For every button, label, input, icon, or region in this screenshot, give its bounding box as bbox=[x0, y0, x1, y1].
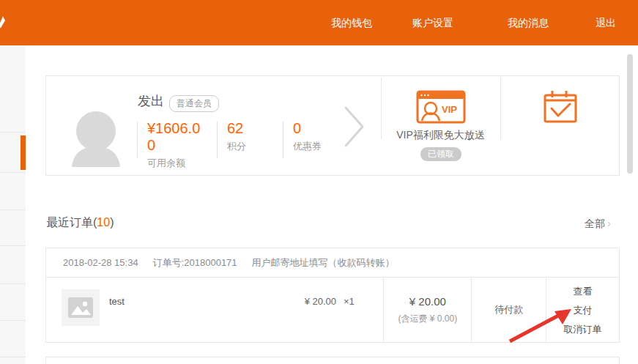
product-quantity: ×1 bbox=[344, 296, 355, 307]
product-thumbnail[interactable] bbox=[62, 289, 100, 326]
order-actions-cell: 查看 支付 取消订单 bbox=[546, 278, 619, 342]
points-label: 积分 bbox=[227, 140, 283, 153]
calendar-check-icon[interactable] bbox=[542, 89, 579, 128]
avatar-person-icon bbox=[71, 110, 121, 170]
balance-label: 可用余额 bbox=[147, 157, 217, 170]
cancel-order-link[interactable]: 取消订单 bbox=[564, 324, 602, 334]
sidebar-profile-block[interactable] bbox=[0, 45, 26, 133]
account-stats: ¥1606.00 可用余额 62 积分 0 优惠券 bbox=[137, 120, 344, 170]
sidebar-item[interactable] bbox=[0, 284, 26, 321]
user-summary-card: 发出 普通会员 ¥1606.00 可用余额 62 积分 0 优惠券 bbox=[45, 75, 620, 176]
order-card: 2018-02-28 15:34 订单号:2018000171 用户邮寄地址填写… bbox=[45, 248, 620, 343]
page: 我的钱包 账户设置 我的消息 退出 发出 普通会员 ¥1606.00 可用 bbox=[0, 0, 638, 364]
divider bbox=[500, 78, 501, 139]
nav-my-wallet[interactable]: 我的钱包 bbox=[331, 0, 372, 45]
order-datetime: 2018-02-28 15:34 bbox=[63, 257, 138, 268]
order-total-cell: ¥ 20.00 (含运费 ¥ 0.00) bbox=[383, 278, 471, 342]
order-status: 待付款 bbox=[494, 303, 523, 316]
sidebar-item[interactable] bbox=[0, 357, 26, 364]
nav-account-settings[interactable]: 账户设置 bbox=[412, 0, 453, 45]
chevron-right-icon[interactable] bbox=[344, 105, 366, 151]
all-orders-label: 全部 bbox=[585, 218, 605, 229]
coupons-stat[interactable]: 0 优惠券 bbox=[283, 120, 344, 170]
vip-promo-section: VIP VIP福利限免大放送 已领取 bbox=[381, 76, 500, 175]
vip-browser-icon[interactable]: VIP bbox=[416, 90, 466, 127]
order-total: ¥ 20.00 bbox=[409, 295, 446, 308]
balance-stat[interactable]: ¥1606.00 可用余额 bbox=[137, 120, 217, 170]
balance-value: ¥1606.00 bbox=[147, 120, 206, 154]
recent-orders-suffix: ) bbox=[110, 216, 114, 229]
nav-logout[interactable]: 退出 bbox=[596, 0, 616, 45]
sidebar-item-active[interactable] bbox=[0, 133, 26, 173]
view-order-link[interactable]: 查看 bbox=[574, 286, 593, 296]
order-header-row: 2018-02-28 15:34 订单号:2018000171 用户邮寄地址填写… bbox=[46, 248, 619, 278]
order-status-cell: 待付款 bbox=[471, 278, 546, 342]
sidebar-item[interactable] bbox=[0, 173, 26, 210]
all-orders-link[interactable]: 全部› bbox=[585, 217, 611, 231]
logo-icon bbox=[0, 16, 5, 28]
sidebar bbox=[0, 45, 26, 364]
points-value: 62 bbox=[227, 120, 283, 137]
recent-orders-prefix: 最近订单( bbox=[46, 216, 97, 229]
pay-order-link[interactable]: 支付 bbox=[574, 305, 593, 315]
sidebar-item[interactable] bbox=[0, 210, 26, 246]
coupons-value: 0 bbox=[293, 120, 344, 137]
order-item-cell: test ¥ 20.00 ×1 bbox=[46, 278, 383, 342]
image-placeholder-icon bbox=[68, 297, 93, 318]
username: 发出 bbox=[138, 92, 164, 110]
recent-orders-title: 最近订单(10) bbox=[46, 215, 114, 231]
sidebar-item[interactable] bbox=[0, 246, 26, 284]
vip-promo-title: VIP福利限免大放送 bbox=[381, 129, 500, 142]
scrollbar-thumb[interactable] bbox=[627, 54, 633, 174]
product-name[interactable]: test bbox=[109, 296, 125, 307]
nav-my-messages[interactable]: 我的消息 bbox=[508, 0, 549, 45]
orders-count: 10 bbox=[97, 216, 110, 229]
sidebar-active-indicator bbox=[21, 135, 26, 170]
sidebar-item[interactable] bbox=[0, 321, 26, 357]
next-order-card-partial bbox=[45, 357, 620, 364]
coupons-label: 优惠券 bbox=[293, 140, 344, 153]
order-item-row: test ¥ 20.00 ×1 ¥ 20.00 (含运费 ¥ 0.00) 待付款… bbox=[46, 278, 619, 342]
shipping-note: (含运费 ¥ 0.00) bbox=[398, 313, 457, 325]
claimed-button[interactable]: 已领取 bbox=[420, 147, 461, 161]
member-level-badge: 普通会员 bbox=[169, 95, 219, 112]
svg-text:VIP: VIP bbox=[442, 104, 457, 115]
order-address-note: 用户邮寄地址填写（收款码转账） bbox=[252, 256, 395, 270]
points-stat[interactable]: 62 积分 bbox=[217, 120, 283, 170]
product-price: ¥ 20.00 bbox=[292, 296, 336, 307]
order-number: 订单号:2018000171 bbox=[153, 256, 237, 270]
top-header: 我的钱包 账户设置 我的消息 退出 bbox=[0, 0, 638, 45]
chevron-right-small-icon: › bbox=[607, 217, 611, 229]
